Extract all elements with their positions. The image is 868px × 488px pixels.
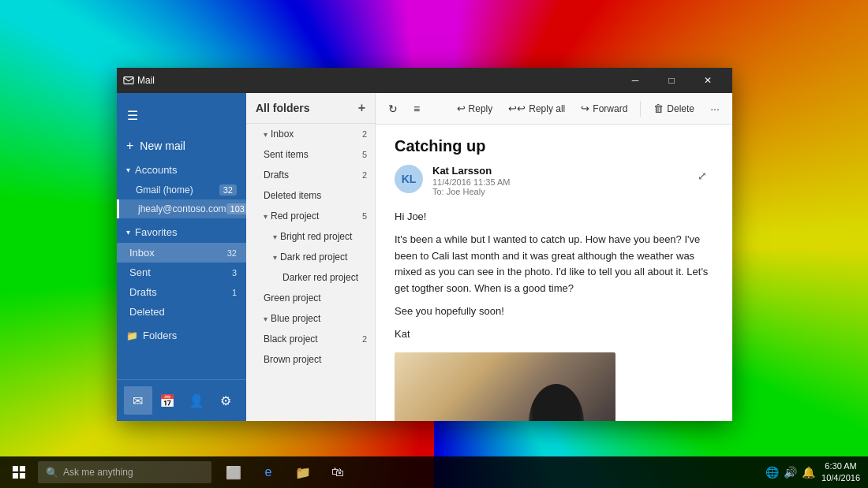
windows-logo-icon — [13, 466, 25, 479]
minimize-button[interactable]: ─ — [617, 68, 653, 93]
account-gmail-badge: 32 — [219, 184, 237, 196]
filter-button[interactable]: ≡ — [407, 99, 426, 118]
folder-green-label: Green project — [264, 292, 321, 304]
sidebar-people-icon[interactable]: 👤 — [182, 386, 211, 415]
folder-item-darker-red[interactable]: Darker red project — [246, 267, 375, 288]
mail-icon: ✉ — [133, 393, 143, 408]
start-button[interactable] — [0, 456, 38, 488]
account-gmail[interactable]: Gmail (home) 32 — [117, 181, 246, 199]
folder-item-green[interactable]: Green project — [246, 288, 375, 308]
folder-icon: 📁 — [126, 330, 138, 341]
folder-item-blue[interactable]: ▾ Blue project — [246, 308, 375, 329]
close-button[interactable]: ✕ — [690, 68, 726, 93]
sidebar-inbox-label: Inbox — [129, 247, 155, 259]
new-mail-button[interactable]: + New mail — [117, 132, 246, 159]
calendar-icon: 📅 — [159, 393, 175, 408]
sidebar-mail-icon[interactable]: ✉ — [124, 386, 152, 415]
dark-red-chevron-icon: ▾ — [273, 253, 277, 262]
file-explorer-button[interactable]: 📁 — [287, 456, 319, 488]
account-contoso[interactable]: jhealy@contoso.com 103 — [117, 199, 246, 218]
email-body: Hi Joe! It's been a while but I wanted t… — [395, 209, 713, 421]
folder-pane: All folders + ▾ Inbox 2 Sent items 5 Dra… — [246, 93, 376, 421]
reading-toolbar: ↻ ≡ ↩ Reply ↩↩ Reply all ↪ — [376, 93, 732, 125]
edge-browser-button[interactable]: e — [253, 456, 284, 488]
sender-date: 11/4/2016 11:35 AM — [432, 177, 682, 187]
delete-button[interactable]: 🗑 Delete — [647, 99, 701, 117]
sidebar-item-inbox[interactable]: Inbox 32 — [117, 243, 246, 263]
new-mail-label: New mail — [140, 140, 185, 152]
add-folder-button[interactable]: + — [358, 101, 365, 115]
title-bar: Mail ─ □ ✕ — [117, 68, 732, 93]
people-icon: 👤 — [189, 393, 204, 408]
red-project-chevron-icon: ▾ — [264, 212, 268, 221]
reading-content: Catching up KL Kat Larsson 11/4/2016 11:… — [376, 125, 732, 421]
sidebar-calendar-icon[interactable]: 📅 — [153, 386, 181, 415]
folder-item-inbox[interactable]: ▾ Inbox 2 — [246, 124, 375, 144]
folder-inbox-count: 2 — [362, 129, 367, 139]
edge-icon: e — [265, 465, 272, 479]
folder-item-sent[interactable]: Sent items 5 — [246, 144, 375, 165]
reply-label: Reply — [469, 103, 493, 114]
sidebar-item-sent[interactable]: Sent 3 — [117, 263, 246, 282]
account-gmail-label: Gmail (home) — [136, 184, 193, 196]
reply-all-label: Reply all — [529, 103, 565, 114]
task-view-button[interactable]: ⬜ — [218, 456, 249, 488]
sidebar-drafts-label: Drafts — [129, 286, 157, 298]
accounts-label: Accounts — [135, 164, 177, 176]
sidebar-settings-icon[interactable]: ⚙ — [211, 386, 240, 415]
reply-all-button[interactable]: ↩↩ Reply all — [502, 99, 571, 117]
account-contoso-badge: 103 — [226, 203, 249, 214]
sidebar-item-deleted[interactable]: Deleted — [117, 302, 246, 322]
expand-icon: ⤢ — [698, 169, 707, 182]
search-placeholder: Ask me anything — [63, 467, 133, 478]
sender-info: Kat Larsson 11/4/2016 11:35 AM To: Joe H… — [432, 165, 682, 196]
reply-button[interactable]: ↩ Reply — [451, 99, 499, 117]
maximize-button[interactable]: □ — [653, 68, 690, 93]
folder-item-black[interactable]: Black project 2 — [246, 329, 375, 349]
folder-item-deleted[interactable]: Deleted items — [246, 185, 375, 206]
folders-section-header[interactable]: 📁 Folders — [117, 325, 246, 346]
sidebar-sent-badge: 3 — [232, 268, 237, 278]
folder-black-count: 2 — [362, 334, 367, 344]
accounts-section-header[interactable]: ▾ Accounts — [117, 159, 246, 181]
email-signature: Kat — [395, 326, 713, 343]
folder-icon: 📁 — [295, 465, 311, 480]
hamburger-menu-button[interactable]: ☰ — [117, 99, 148, 131]
folder-item-red[interactable]: ▾ Red project 5 — [246, 206, 375, 226]
accounts-chevron-icon: ▾ — [126, 166, 130, 174]
window-controls: ─ □ ✕ — [617, 68, 726, 93]
expand-email-button[interactable]: ⤢ — [691, 165, 713, 187]
taskbar-search-box[interactable]: 🔍 Ask me anything — [38, 461, 211, 483]
new-mail-plus-icon: + — [126, 139, 133, 153]
folder-brown-label: Brown project — [264, 354, 321, 365]
folder-drafts-count: 2 — [362, 170, 367, 180]
more-options-button[interactable]: ··· — [704, 98, 726, 120]
favorites-chevron-icon: ▾ — [126, 228, 130, 237]
folder-item-brown[interactable]: Brown project — [246, 349, 375, 370]
favorites-label: Favorites — [135, 226, 177, 238]
folder-darker-red-label: Darker red project — [282, 272, 358, 283]
taskbar-tray: 🌐 🔊 🔔 6:30 AM 10/4/2016 — [765, 460, 868, 485]
store-button[interactable]: 🛍 — [322, 456, 354, 488]
avatar-initials: KL — [402, 173, 417, 185]
folder-sent-count: 5 — [362, 150, 367, 159]
folder-red-count: 5 — [362, 211, 367, 221]
clock-time: 6:30 AM — [821, 460, 860, 472]
forward-button[interactable]: ↪ Forward — [574, 99, 634, 117]
favorites-section-header[interactable]: ▾ Favorites — [117, 222, 246, 243]
reading-pane: ↻ ≡ ↩ Reply ↩↩ Reply all ↪ — [376, 93, 732, 421]
sidebar-item-drafts[interactable]: Drafts 1 — [117, 282, 246, 302]
folder-item-dark-red[interactable]: ▾ Dark red project — [246, 247, 375, 267]
taskbar-clock[interactable]: 6:30 AM 10/4/2016 — [821, 460, 860, 485]
account-contoso-label: jhealy@contoso.com — [138, 203, 226, 214]
reply-all-icon: ↩↩ — [508, 102, 526, 114]
reply-icon: ↩ — [457, 102, 466, 114]
refresh-button[interactable]: ↻ — [382, 99, 404, 118]
email-greeting: Hi Joe! — [395, 209, 713, 225]
tray-icons: 🌐 🔊 🔔 — [765, 466, 815, 479]
folder-dark-red-label: Dark red project — [280, 251, 347, 263]
folder-item-drafts[interactable]: Drafts 2 — [246, 165, 375, 185]
network-icon: 🌐 — [765, 466, 779, 479]
folder-item-bright-red[interactable]: ▾ Bright red project — [246, 226, 375, 247]
svg-rect-4 — [20, 473, 25, 479]
